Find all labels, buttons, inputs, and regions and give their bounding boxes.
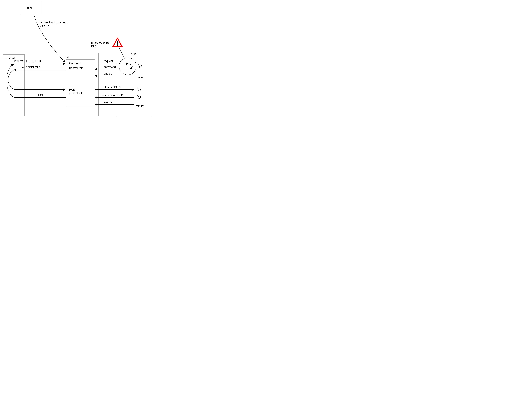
request-feedhold-label: request = FEEDHOLD xyxy=(14,59,41,63)
channel-label: channel xyxy=(6,57,15,60)
hli-label: HLI xyxy=(65,55,69,58)
mcm-title: MCM- xyxy=(69,88,76,91)
mcm-enable-label: enable xyxy=(104,101,112,104)
warning-connector xyxy=(119,48,124,58)
warning-line1: Must: copy by xyxy=(91,41,110,44)
hmi-out-line2: = TRUE xyxy=(39,25,49,28)
svg-point-2 xyxy=(117,45,118,46)
mcm-hold-back-label: HOLD xyxy=(38,94,45,97)
step-3-num: 3 xyxy=(138,88,139,91)
set-to-mcm-arrow xyxy=(8,70,65,89)
fh-enable-true: TRUE xyxy=(136,76,144,79)
fh-command-label: command xyxy=(104,65,116,69)
hmi-out-line1: mc_feedhold_channel_w xyxy=(39,21,70,24)
feedhold-title: feedhold xyxy=(69,62,80,65)
step-2-num: 2 xyxy=(139,64,140,67)
plc-label: PLC xyxy=(131,53,136,56)
plc-copy-dash xyxy=(129,64,132,69)
mcm-enable-true: TRUE xyxy=(136,105,144,108)
set-feedhold-label: set FEEDHOLD xyxy=(21,66,40,69)
plc-box xyxy=(117,51,152,116)
diagram-canvas: HMI channel HLI feedhold ControlUnit MCM… xyxy=(0,0,154,118)
hmi-label: HMI xyxy=(27,6,32,9)
mcm-state-label: state = HOLD xyxy=(104,86,120,89)
step-1-num: 1 xyxy=(138,96,139,98)
hli-box xyxy=(62,53,99,116)
mcm-hold-back-arrow xyxy=(7,64,66,97)
warning-triangle-icon xyxy=(113,38,122,47)
fh-enable-label: enable xyxy=(104,72,112,75)
fh-request-label: request xyxy=(104,59,113,63)
plc-copy-circle xyxy=(119,58,136,75)
mcm-command-label: command = HOLD xyxy=(101,94,123,97)
feedhold-sub: ControlUnit xyxy=(69,66,83,69)
mcm-sub: ControlUnit xyxy=(69,92,83,95)
warning-line2: PLC xyxy=(91,45,97,48)
